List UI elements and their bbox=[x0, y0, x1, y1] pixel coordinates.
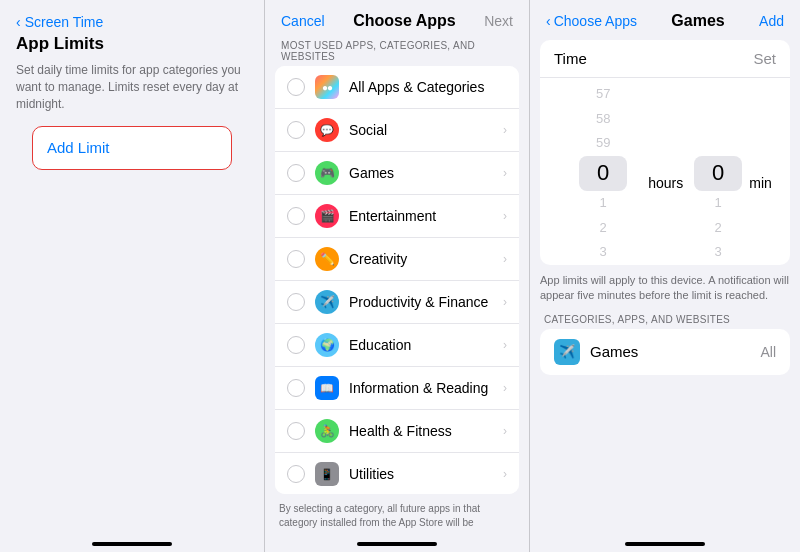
time-section: Time Set 57 58 59 0 1 2 3 hours . . . 0 … bbox=[540, 40, 790, 265]
chevron-icon: › bbox=[503, 381, 507, 395]
home-bar-2 bbox=[357, 542, 437, 546]
app-name: Information & Reading bbox=[349, 380, 503, 396]
radio-circle[interactable] bbox=[287, 121, 305, 139]
chevron-icon: › bbox=[503, 123, 507, 137]
panel3-title: Games bbox=[671, 12, 724, 30]
panel1-bottom bbox=[0, 538, 264, 552]
app-icon-education: 🌍 bbox=[315, 333, 339, 357]
category-name: Games bbox=[590, 343, 760, 360]
panel1-title: App Limits bbox=[16, 34, 248, 54]
screen-time-panel: ‹ Screen Time App Limits Set daily time … bbox=[0, 0, 265, 552]
list-item[interactable]: 🌍 Education › bbox=[275, 324, 519, 367]
list-item[interactable]: 📖 Information & Reading › bbox=[275, 367, 519, 410]
category-icon: ✈️ bbox=[554, 339, 580, 365]
chevron-icon: › bbox=[503, 166, 507, 180]
radio-circle[interactable] bbox=[287, 465, 305, 483]
radio-circle[interactable] bbox=[287, 164, 305, 182]
radio-circle[interactable] bbox=[287, 78, 305, 96]
time-set: Set bbox=[753, 50, 776, 67]
time-label: Time bbox=[554, 50, 587, 67]
panel2-header: Cancel Choose Apps Next bbox=[265, 0, 529, 30]
choose-apps-panel: Cancel Choose Apps Next MOST USED APPS, … bbox=[265, 0, 530, 552]
radio-circle[interactable] bbox=[287, 379, 305, 397]
list-item[interactable]: 🎮 Games › bbox=[275, 152, 519, 195]
add-button[interactable]: Add bbox=[759, 13, 784, 29]
app-icon-all: ●● bbox=[315, 75, 339, 99]
app-name: Games bbox=[349, 165, 503, 181]
list-item[interactable]: 💬 Social › bbox=[275, 109, 519, 152]
list-item[interactable]: 🚴 Health & Fitness › bbox=[275, 410, 519, 453]
list-item[interactable]: ●● All Apps & Categories bbox=[275, 66, 519, 109]
games-panel: ‹ Choose Apps Games Add Time Set 57 58 5… bbox=[530, 0, 800, 552]
radio-circle[interactable] bbox=[287, 336, 305, 354]
app-icon-social: 💬 bbox=[315, 118, 339, 142]
app-icon-games: 🎮 bbox=[315, 161, 339, 185]
app-name: Utilities bbox=[349, 466, 503, 482]
add-limit-text[interactable]: Add Limit bbox=[47, 139, 110, 156]
app-name: Social bbox=[349, 122, 503, 138]
app-icon-creativity: ✏️ bbox=[315, 247, 339, 271]
panel2-title: Choose Apps bbox=[353, 12, 456, 30]
chevron-icon: › bbox=[503, 338, 507, 352]
list-item[interactable]: ✈️ Productivity & Finance › bbox=[275, 281, 519, 324]
list-item[interactable]: 🎬 Entertainment › bbox=[275, 195, 519, 238]
app-icon-entertainment: 🎬 bbox=[315, 204, 339, 228]
panel1-header: ‹ Screen Time App Limits Set daily time … bbox=[0, 0, 264, 186]
app-name: Education bbox=[349, 337, 503, 353]
panel3-bottom bbox=[530, 538, 800, 552]
back-label[interactable]: Screen Time bbox=[25, 14, 104, 30]
panel2-footer: By selecting a category, all future apps… bbox=[265, 494, 529, 538]
mins-value: 0 bbox=[694, 156, 742, 191]
back-button[interactable]: ‹ Choose Apps bbox=[546, 13, 637, 29]
category-scope: All bbox=[760, 344, 776, 360]
list-item[interactable]: ✏️ Creativity › bbox=[275, 238, 519, 281]
radio-circle[interactable] bbox=[287, 293, 305, 311]
back-chevron-icon: ‹ bbox=[16, 14, 21, 30]
panel2-bottom bbox=[265, 538, 529, 552]
app-name: Creativity bbox=[349, 251, 503, 267]
back-row[interactable]: ‹ Screen Time bbox=[16, 14, 248, 30]
home-bar-3 bbox=[625, 542, 705, 546]
list-item[interactable]: 📱 Utilities › bbox=[275, 453, 519, 494]
app-icon-utilities: 📱 bbox=[315, 462, 339, 486]
apps-list: ●● All Apps & Categories 💬 Social › 🎮 Ga… bbox=[275, 66, 519, 494]
radio-circle[interactable] bbox=[287, 422, 305, 440]
app-name: Productivity & Finance bbox=[349, 294, 503, 310]
home-bar-1 bbox=[92, 542, 172, 546]
app-icon-productivity: ✈️ bbox=[315, 290, 339, 314]
radio-circle[interactable] bbox=[287, 250, 305, 268]
categories-header: CATEGORIES, APPS, AND WEBSITES bbox=[530, 304, 800, 329]
app-name: Health & Fitness bbox=[349, 423, 503, 439]
chevron-icon: › bbox=[503, 252, 507, 266]
section-header: MOST USED APPS, CATEGORIES, AND WEBSITES bbox=[265, 30, 529, 66]
chevron-icon: › bbox=[503, 295, 507, 309]
cancel-button[interactable]: Cancel bbox=[281, 13, 325, 29]
app-name: Entertainment bbox=[349, 208, 503, 224]
chevron-icon: › bbox=[503, 467, 507, 481]
back-chevron-icon: ‹ bbox=[546, 13, 551, 29]
category-row: ✈️ Games All bbox=[540, 329, 790, 375]
back-label[interactable]: Choose Apps bbox=[554, 13, 637, 29]
hours-unit: hours bbox=[648, 155, 693, 191]
time-row: Time Set bbox=[540, 40, 790, 78]
mins-unit: min bbox=[743, 155, 772, 191]
radio-circle[interactable] bbox=[287, 207, 305, 225]
time-notice: App limits will apply to this device. A … bbox=[540, 273, 790, 304]
app-icon-reading: 📖 bbox=[315, 376, 339, 400]
app-icon-health: 🚴 bbox=[315, 419, 339, 443]
chevron-icon: › bbox=[503, 424, 507, 438]
next-button[interactable]: Next bbox=[484, 13, 513, 29]
panel1-subtitle: Set daily time limits for app categories… bbox=[16, 62, 248, 112]
hours-value: 0 bbox=[579, 156, 627, 191]
apps-list-container: ●● All Apps & Categories 💬 Social › 🎮 Ga… bbox=[265, 66, 529, 538]
app-name: All Apps & Categories bbox=[349, 79, 507, 95]
chevron-icon: › bbox=[503, 209, 507, 223]
add-limit-box[interactable]: Add Limit bbox=[32, 126, 232, 170]
panel3-header: ‹ Choose Apps Games Add bbox=[530, 0, 800, 30]
